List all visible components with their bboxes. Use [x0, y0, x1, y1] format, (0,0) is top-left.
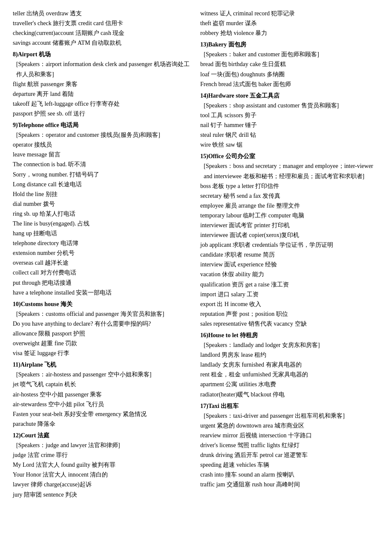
vocabulary-line: jet 喷气飞机 captain 机长	[13, 379, 192, 389]
right-column: witness 证人 criminal record 犯罪记录theft 盗窃 …	[200, 9, 379, 500]
vocabulary-line: job applicant 求职者 credentials 学位证书，学历证明	[200, 240, 379, 250]
section-speakers: [Speakers：shop assistant and customer 售货…	[200, 101, 379, 110]
vocabulary-line: bread 面包 birthday cake 生日蛋糕	[200, 59, 379, 69]
section-title: 17)Taxi 出租车	[200, 401, 379, 411]
vocabulary-line: overseas call 越洋长途	[13, 258, 192, 268]
vocabulary-line: hang up 挂断电话	[13, 228, 192, 238]
vocabulary-line: witness 证人 criminal record 犯罪记录	[200, 9, 379, 18]
left-column: teller 出纳员 overdraw 透支traveller's check …	[13, 9, 192, 500]
vocabulary-line: crash into 撞车 sound an alarm 按喇叭	[200, 470, 379, 480]
section-speakers: [Speakers：taxi-driver and passenger 出租车司…	[200, 411, 379, 421]
section-title: 10)Customs house 海关	[13, 299, 192, 309]
section-speakers: [Speakers：landlady and lodger 女房东和房客]	[200, 340, 379, 350]
vocabulary-line: allowance 限额 passport 护照	[13, 329, 192, 338]
vocabulary-line: checking(current)account 活期账户 cash 现金	[13, 28, 192, 38]
vocabulary-line: passport 护照 see sb. off 送行	[13, 109, 192, 119]
vocabulary-line: departure 离开 land 着陆	[13, 89, 192, 99]
section-title: 15)Office 公司办公室	[200, 151, 379, 161]
section-speakers: [Speakers：judge and lawyer 法官和律师]	[13, 440, 192, 450]
vocabulary-line: temporary labour 临时工作 computer 电脑	[200, 211, 379, 220]
section-speakers: [Speakers：boss and secretary；manager and…	[200, 161, 379, 181]
vocabulary-line: Fasten your seat-belt 系好安全带 emergency 紧急…	[13, 409, 192, 419]
vocabulary-line: interviewer 面试考官 printer 打印机	[200, 220, 379, 230]
vocabulary-line: Hold the line 别挂	[13, 189, 192, 199]
vocabulary-line: boss 老板 type a letter 打印信件	[200, 181, 379, 191]
vocabulary-line: robbery 抢劫 violence 暴力	[200, 28, 379, 38]
vocabulary-line: Sorry，wrong number. 打错号码了	[13, 170, 192, 179]
vocabulary-line: jury 陪审团 sentence 判决	[13, 490, 192, 500]
vocabulary-line: export 出 H income 收入	[200, 299, 379, 309]
vocabulary-line: candidate 求职者 resume 简历	[200, 250, 379, 260]
vocabulary-line: operator 接线员	[13, 140, 192, 150]
vocabulary-line: ring sb. up 给某人打电话	[13, 209, 192, 219]
section-speakers: [Speakers：operator and customer 接线员(服务员)…	[13, 130, 192, 140]
vocabulary-line: apartment 公寓 utilities 水电费	[200, 379, 379, 389]
vocabulary-line: air-stewardess 空中小姐 pilot 飞行员	[13, 399, 192, 409]
vocabulary-line: teller 出纳员 overdraw 透支	[13, 9, 192, 18]
vocabulary-line: tool 工具 scissors 剪子	[200, 110, 379, 120]
vocabulary-line: steal ruler 钢尺 drill 钻	[200, 130, 379, 140]
vocabulary-line: interviewee 面试者 copier(xerox)复印机	[200, 230, 379, 240]
vocabulary-line: import 进口 salary 工资	[200, 289, 379, 299]
vocabulary-line: The connection is bad. 听不清	[13, 159, 192, 169]
vocabulary-line: The line is busy(engaged). 占线	[13, 219, 192, 228]
vocabulary-line: Do you have anything to declare? 有什么需要申报…	[13, 319, 192, 329]
vocabulary-line: speeding 超速 vehicles 车辆	[200, 460, 379, 470]
vocabulary-line: extension number 分机号	[13, 248, 192, 258]
section-title: 13)Bakery 面包房	[200, 40, 379, 49]
vocabulary-line: savings account 储蓄账户 ATM 自动取款机	[13, 38, 192, 48]
vocabulary-line: parachute 降落伞	[13, 419, 192, 429]
vocabulary-line: urgent 紧急的 downtown area 城市商业区	[200, 421, 379, 431]
section-title: 8)Airport 机场	[13, 49, 192, 59]
vocabulary-line: French bread 法式面包 baker 面包师	[200, 79, 379, 89]
vocabulary-line: drunk driving 酒后开车 petrol car 巡逻警车	[200, 450, 379, 460]
vocabulary-line: employee 雇员 arrange the file 整理文件	[200, 201, 379, 211]
vocabulary-line: radiator(heater)暖气 blackout 停电	[200, 390, 379, 399]
vocabulary-line: takeoff 起飞 left-luggage office 行李寄存处	[13, 99, 192, 109]
section-title: 14)Hardware store 五金工具店	[200, 91, 379, 101]
section-title: 12)Court 法庭	[13, 431, 192, 440]
vocabulary-line: My Lord 法官大人 found guilty 被判有罪	[13, 460, 192, 470]
vocabulary-line: rearview mirror 后视镜 intersection 十字路口	[200, 431, 379, 440]
vocabulary-line: traveller's check 旅行支票 credit card 信用卡	[13, 18, 192, 28]
section-title: 9)Telephone office 电话局	[13, 120, 192, 130]
vocabulary-line: vacation 休假 ability 能力	[200, 269, 379, 279]
vocabulary-line: visa 签证 luggage 行李	[13, 348, 192, 358]
vocabulary-line: driver's license 驾照 traffic lights 红绿灯	[200, 440, 379, 450]
section-title: 11)Airplane 飞机	[13, 360, 192, 370]
vocabulary-line: landlady 女房东 furnished 有家具电器的	[200, 360, 379, 370]
section-speakers: [Speakers：baker and customer 面包师和顾客]	[200, 49, 379, 59]
section-speakers: [Speakers：customs official and passenger…	[13, 309, 192, 319]
vocabulary-line: nail 钉子 hammer 锤子	[200, 120, 379, 130]
vocabulary-line: overweight 超重 fine 罚款	[13, 338, 192, 348]
vocabulary-line: dial number 拨号	[13, 199, 192, 209]
section-speakers: [Speakers：airport information desk clerk…	[13, 59, 192, 79]
vocabulary-line: put through 把电话接通	[13, 278, 192, 288]
vocabulary-line: landlord 男房东 lease 租约	[200, 350, 379, 360]
vocabulary-line: reputation 声誉 post；position 职位	[200, 309, 379, 319]
vocabulary-line: air-hostess 空中小姐 passenger 乘客	[13, 390, 192, 399]
vocabulary-line: have a telephone installed 安装一部电话	[13, 288, 192, 298]
vocabulary-line: rent 租金，租金 unfurnished 无家具电器的	[200, 370, 379, 379]
vocabulary-line: loaf 一块(面包) doughnuts 多纳圈	[200, 69, 379, 79]
vocabulary-line: theft 盗窃 murder 谋杀	[200, 18, 379, 28]
section-title: 16)House to let 待租房	[200, 330, 379, 340]
vocabulary-line: collect call 对方付费电话	[13, 268, 192, 278]
vocabulary-line: leave message 留言	[13, 150, 192, 159]
vocabulary-line: interview 面试 experience 经验	[200, 260, 379, 269]
vocabulary-line: secretary 秘书 send a fax 发传真	[200, 191, 379, 201]
vocabulary-line: telephone directory 电话簿	[13, 238, 192, 248]
vocabulary-line: wire 铁丝 saw 锯	[200, 140, 379, 150]
vocabulary-line: qualification 资历 get a raise 涨工资	[200, 280, 379, 289]
vocabulary-line: sales representative 销售代表 vacancy 空缺	[200, 319, 379, 329]
vocabulary-line: Long distance call 长途电话	[13, 179, 192, 189]
vocabulary-line: Your Honor 法官大人 innocent 清白的	[13, 470, 192, 480]
vocabulary-line: judge 法官 crime 罪行	[13, 450, 192, 460]
section-speakers: [Speakers：air-hostess and passenger 空中小姐…	[13, 370, 192, 379]
vocabulary-line: flight 航班 passenger 乘客	[13, 79, 192, 89]
vocabulary-line: lawyer 律师 charge(accuse)起诉	[13, 480, 192, 489]
vocabulary-line: traffic jam 交通阻塞 rush hour 高峰时间	[200, 480, 379, 489]
